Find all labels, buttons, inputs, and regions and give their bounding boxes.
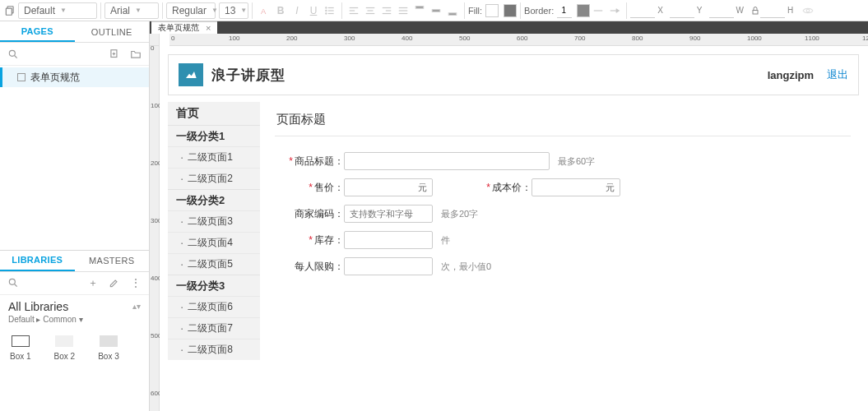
product-name-input[interactable] bbox=[344, 152, 550, 170]
sidebar-item[interactable]: 二级页面3 bbox=[168, 210, 260, 232]
copy-icon[interactable] bbox=[2, 2, 18, 19]
sidebar-item[interactable]: 一级分类1 bbox=[168, 125, 260, 146]
lib-title: All Libraries bbox=[8, 300, 68, 313]
username: langzipm bbox=[768, 69, 814, 81]
doc-tab[interactable]: 表单页规范 × bbox=[151, 21, 217, 34]
price-input[interactable]: 元 bbox=[344, 178, 433, 196]
tab-outline[interactable]: OUTLINE bbox=[75, 21, 150, 42]
add-icon[interactable]: ＋ bbox=[85, 275, 101, 291]
align-right-icon[interactable] bbox=[378, 2, 395, 19]
svg-point-33 bbox=[9, 279, 15, 284]
libraries-search-input[interactable] bbox=[26, 275, 80, 290]
search-icon[interactable] bbox=[5, 46, 21, 62]
lock-icon[interactable] bbox=[750, 2, 760, 19]
border-label: Border: bbox=[524, 6, 554, 16]
border-arrow-icon[interactable] bbox=[606, 2, 623, 19]
sidebar-item[interactable]: 一级分类2 bbox=[168, 189, 260, 210]
chevron-down-icon: ▼ bbox=[211, 7, 218, 14]
shape-box3[interactable]: Box 3 bbox=[98, 335, 119, 361]
cost-input[interactable]: 元 bbox=[531, 178, 620, 196]
pos-x-label: X bbox=[657, 6, 663, 15]
svg-line-34 bbox=[15, 284, 17, 287]
text-color-icon[interactable]: A bbox=[256, 2, 272, 19]
sidebar-item[interactable]: 二级页面8 bbox=[168, 339, 260, 360]
valign-top-icon[interactable] bbox=[411, 2, 428, 19]
proto-sidebar: 首页一级分类1二级页面1二级页面2一级分类2二级页面3二级页面4二级页面5一级分… bbox=[168, 102, 260, 360]
font-weight-value: Regular bbox=[172, 5, 207, 16]
fill-swatch-2[interactable] bbox=[504, 4, 517, 17]
horizontal-ruler: 0100200300400500600700800900100011001200 bbox=[169, 34, 868, 46]
shape-box1[interactable]: Box 1 bbox=[10, 335, 31, 361]
sku-input[interactable] bbox=[344, 205, 433, 223]
sidebar-item[interactable]: 首页 bbox=[168, 102, 260, 125]
field-unit: 件 bbox=[441, 234, 450, 247]
sidebar-item[interactable]: 二级页面7 bbox=[168, 317, 260, 339]
edit-icon[interactable] bbox=[106, 275, 123, 291]
chevron-updown-icon[interactable]: ▴▾ bbox=[132, 302, 141, 311]
menu-icon[interactable]: ⋮ bbox=[128, 275, 144, 291]
pages-search-input[interactable] bbox=[26, 47, 101, 62]
pos-y-input[interactable] bbox=[670, 3, 694, 18]
border-style-icon[interactable] bbox=[590, 2, 606, 19]
field-label: 商家编码 bbox=[275, 207, 344, 221]
field-label: 每人限购 bbox=[275, 260, 344, 274]
field-label: *库存 bbox=[275, 233, 344, 247]
align-left-icon[interactable] bbox=[346, 2, 362, 19]
tab-pages[interactable]: PAGES bbox=[0, 21, 75, 42]
pos-h-input[interactable] bbox=[760, 3, 785, 18]
valign-bottom-icon[interactable] bbox=[444, 2, 461, 19]
limit-input[interactable] bbox=[344, 257, 433, 275]
bullet-list-icon[interactable] bbox=[322, 2, 338, 19]
underline-icon[interactable]: U bbox=[305, 2, 322, 19]
lib-breadcrumb[interactable]: Default ▸ Common ▾ bbox=[0, 315, 149, 329]
field-label: *售价 bbox=[275, 181, 344, 195]
pos-w-input[interactable] bbox=[709, 3, 734, 18]
svg-rect-1 bbox=[6, 8, 12, 15]
tab-libraries[interactable]: LIBRARIES bbox=[0, 251, 75, 271]
page-item-label: 表单页规范 bbox=[30, 71, 80, 85]
sidebar-item[interactable]: 一级分类3 bbox=[168, 275, 260, 296]
canvas[interactable]: 浪子讲原型 langzipm 退出 首页一级分类1二级页面1二级页面2一级分类2… bbox=[160, 46, 868, 411]
sidebar-item[interactable]: 二级页面6 bbox=[168, 296, 260, 317]
fill-swatch[interactable] bbox=[485, 4, 499, 17]
align-justify-icon[interactable] bbox=[395, 2, 411, 19]
close-icon[interactable]: × bbox=[206, 23, 211, 33]
add-folder-icon[interactable] bbox=[128, 46, 144, 62]
svg-line-29 bbox=[15, 55, 17, 58]
tab-masters[interactable]: MASTERS bbox=[75, 251, 150, 271]
valign-middle-icon[interactable] bbox=[428, 2, 444, 19]
svg-rect-26 bbox=[753, 10, 758, 14]
page-icon bbox=[17, 73, 26, 81]
svg-point-5 bbox=[326, 10, 327, 11]
shape-box2[interactable]: Box 2 bbox=[54, 335, 76, 361]
sidebar-item[interactable]: 二级页面5 bbox=[168, 253, 260, 275]
align-center-icon[interactable] bbox=[362, 2, 378, 19]
field-label: *成本价 bbox=[433, 181, 531, 195]
font-family-select[interactable]: Arial▼ bbox=[104, 2, 159, 19]
svg-rect-23 bbox=[448, 12, 456, 14]
chevron-down-icon: ▼ bbox=[240, 7, 247, 14]
italic-icon[interactable]: I bbox=[289, 2, 305, 19]
stock-input[interactable] bbox=[344, 231, 433, 249]
sidebar-item[interactable]: 二级页面1 bbox=[168, 146, 260, 168]
visibility-icon[interactable] bbox=[800, 2, 816, 19]
border-color-swatch[interactable] bbox=[577, 4, 590, 17]
doc-tab-label: 表单页规范 bbox=[158, 22, 199, 34]
fill-label: Fill: bbox=[468, 6, 482, 16]
font-size-select[interactable]: 13▼ bbox=[219, 2, 248, 19]
svg-point-28 bbox=[9, 50, 15, 56]
doc-tab-strip: 表单页规范 × bbox=[150, 21, 868, 34]
search-icon[interactable] bbox=[5, 275, 21, 291]
sidebar-item[interactable]: 二级页面2 bbox=[168, 168, 260, 189]
add-page-icon[interactable] bbox=[106, 46, 123, 62]
proto-form: 页面标题 *商品标题 最多60字 *售价 元 *成本价 元 bbox=[275, 107, 851, 279]
style-select[interactable]: Default▼ bbox=[18, 2, 97, 19]
style-select-value: Default bbox=[24, 5, 55, 16]
sidebar-item[interactable]: 二级页面4 bbox=[168, 232, 260, 253]
bold-icon[interactable]: B bbox=[272, 2, 289, 19]
page-item[interactable]: 表单页规范 bbox=[0, 67, 149, 87]
pos-x-input[interactable] bbox=[630, 3, 655, 18]
font-weight-select[interactable]: Regular▼ bbox=[166, 2, 216, 19]
border-width-input[interactable] bbox=[557, 3, 572, 18]
logout-link[interactable]: 退出 bbox=[827, 67, 848, 82]
